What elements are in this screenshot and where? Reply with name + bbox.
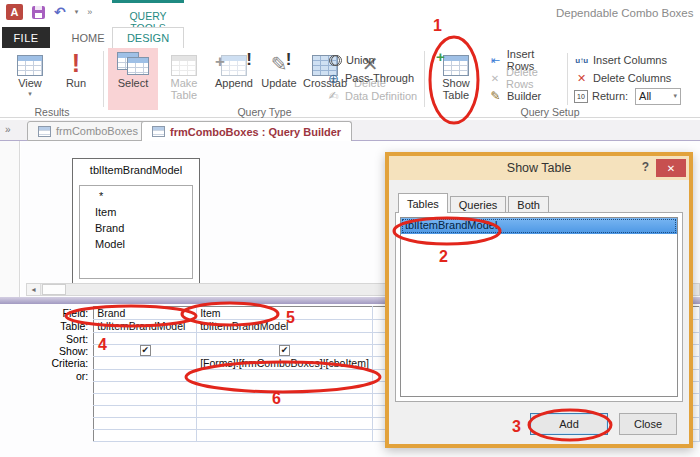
append-button[interactable]: + ! Append — [212, 50, 256, 108]
delete-columns-button[interactable]: ✕ Delete Columns — [574, 69, 694, 87]
show-checkbox[interactable]: ✔ — [140, 345, 151, 356]
field-list-box: * Item Brand Model — [79, 185, 193, 279]
sort-cell[interactable] — [94, 333, 197, 345]
row-label-table: Table: — [22, 320, 94, 333]
grid-cell[interactable] — [94, 406, 197, 418]
grid-cell[interactable] — [197, 394, 373, 406]
return-dropdown-icon: ▾ — [674, 92, 678, 100]
row-label-or: or: — [22, 370, 94, 382]
pass-through-button[interactable]: ⊕ Pass-Through — [326, 69, 422, 87]
builder-button[interactable]: ✎ Builder — [488, 87, 564, 105]
grid-cell[interactable] — [197, 430, 373, 442]
data-definition-icon: ✍ — [326, 89, 341, 103]
make-table-button[interactable]: Make Table — [160, 50, 208, 108]
show-table-icon — [443, 55, 469, 76]
field-item[interactable]: Model — [80, 236, 192, 252]
row-label-empty — [22, 406, 94, 418]
window-title: Dependable Combo Boxes — [556, 7, 693, 19]
criteria-cell[interactable]: [Forms]![frmComboBoxes]![cboItem] — [197, 357, 373, 370]
data-definition-button[interactable]: ✍ Data Definition — [326, 87, 422, 105]
show-table-dialog: Show Table ? ✕ Tables Queries Both tblIt… — [385, 152, 693, 448]
sort-cell[interactable] — [197, 333, 373, 345]
union-icon — [326, 55, 342, 66]
show-checkbox[interactable]: ✔ — [279, 345, 290, 356]
query-icon — [152, 126, 165, 137]
field-cell-brand[interactable]: Brand — [94, 307, 197, 320]
table-cell[interactable]: tblItemBrandModel — [94, 320, 197, 333]
rows-stack: ⇤ Insert Rows ✕ Delete Rows ✎ Builder — [488, 51, 564, 105]
show-table-button[interactable]: + Show Table — [432, 50, 480, 108]
help-icon[interactable]: ? — [642, 160, 649, 174]
grid-cell[interactable] — [94, 430, 197, 442]
tab-file[interactable]: FILE — [2, 27, 50, 48]
grid-cell[interactable] — [197, 418, 373, 430]
insert-columns-button[interactable]: u↑u Insert Columns — [574, 51, 694, 69]
title-bar: A ↶ ▾ » QUERY TOOLS Dependable Combo Box… — [0, 0, 700, 27]
ribbon: View ▾ ! Run Select Make Table + ! Appen… — [0, 48, 700, 118]
group-label-query-setup: Query Setup — [424, 106, 676, 118]
return-combobox[interactable]: All ▾ — [635, 88, 681, 105]
dialog-tab-bar: Tables Queries Both — [398, 193, 551, 213]
return-control: 10 Return: All ▾ — [574, 87, 694, 105]
field-item[interactable]: Item — [80, 204, 192, 220]
contextual-tab-header: QUERY TOOLS — [112, 0, 184, 26]
grid-cell[interactable] — [94, 394, 197, 406]
query-type-stack: Union ⊕ Pass-Through ✍ Data Definition — [326, 51, 422, 105]
show-cell[interactable]: ✔ — [197, 345, 373, 357]
tab-design[interactable]: DESIGN — [112, 27, 184, 48]
tab-both[interactable]: Both — [508, 196, 549, 213]
undo-icon[interactable]: ↶ — [54, 5, 66, 19]
delete-rows-icon: ✕ — [488, 73, 502, 84]
customize-toolbar-icon[interactable]: » — [87, 7, 93, 17]
grid-cell[interactable] — [94, 382, 197, 394]
grid-cell[interactable] — [197, 406, 373, 418]
table-listbox[interactable]: tblItemBrandModel — [400, 217, 678, 397]
nav-pane-shutter-icon[interactable]: » — [5, 124, 12, 135]
dialog-buttons: Add Close — [389, 413, 689, 437]
row-label-sort: Sort: — [22, 333, 94, 345]
list-item-selected[interactable]: tblItemBrandModel — [401, 218, 677, 234]
grid-cell[interactable] — [197, 382, 373, 394]
or-cell[interactable] — [94, 370, 197, 382]
close-icon[interactable]: ✕ — [656, 159, 686, 177]
document-tab-bar: » frmComboBoxes frmComboBoxes : Query Bu… — [0, 120, 700, 141]
view-button[interactable]: View ▾ — [10, 50, 50, 108]
field-item[interactable]: * — [80, 188, 192, 204]
add-button[interactable]: Add — [530, 413, 608, 435]
update-icon: ✎ — [272, 52, 287, 76]
ribbon-tab-bar: FILE HOME DESIGN — [0, 27, 700, 48]
tab-query-builder[interactable]: frmComboBoxes : Query Builder — [141, 121, 352, 142]
columns-stack: u↑u Insert Columns ✕ Delete Columns 10 R… — [574, 51, 694, 105]
delete-rows-button[interactable]: ✕ Delete Rows — [488, 69, 564, 87]
select-query-button[interactable]: Select — [110, 50, 156, 108]
show-cell[interactable]: ✔ — [94, 345, 197, 357]
table-cell[interactable]: tblItemBrandModel — [197, 320, 373, 333]
run-button[interactable]: ! Run — [58, 50, 94, 108]
criteria-cell[interactable] — [94, 357, 197, 370]
tab-frmcomboboxes[interactable]: frmComboBoxes — [27, 121, 149, 141]
or-cell[interactable] — [197, 370, 373, 382]
undo-dropdown-icon[interactable]: ▾ — [75, 8, 79, 16]
tab-home[interactable]: HOME — [62, 27, 114, 48]
row-label-criteria: Criteria: — [22, 357, 94, 370]
row-label-empty — [22, 382, 94, 394]
row-label-show: Show: — [22, 345, 94, 357]
group-separator — [567, 53, 568, 105]
field-list-tblitembrandmodel[interactable]: tblItemBrandModel * Item Brand Model — [72, 158, 200, 284]
close-button[interactable]: Close — [619, 413, 677, 435]
field-cell-item[interactable]: Item — [197, 307, 373, 320]
field-item[interactable]: Brand — [80, 220, 192, 236]
view-icon — [17, 55, 43, 76]
save-icon[interactable] — [32, 6, 45, 19]
tab-tables[interactable]: Tables — [398, 193, 448, 213]
select-query-icon — [117, 52, 149, 76]
union-button[interactable]: Union — [326, 51, 422, 69]
update-button[interactable]: ✎ ! Update — [258, 50, 300, 108]
return-icon: 10 — [574, 90, 588, 103]
scroll-left-icon[interactable]: ◂ — [27, 284, 41, 295]
scrollbar-thumb[interactable] — [42, 284, 66, 295]
insert-rows-icon: ⇤ — [488, 54, 503, 67]
form-icon — [38, 126, 51, 137]
grid-cell[interactable] — [94, 418, 197, 430]
tab-queries[interactable]: Queries — [450, 196, 507, 213]
